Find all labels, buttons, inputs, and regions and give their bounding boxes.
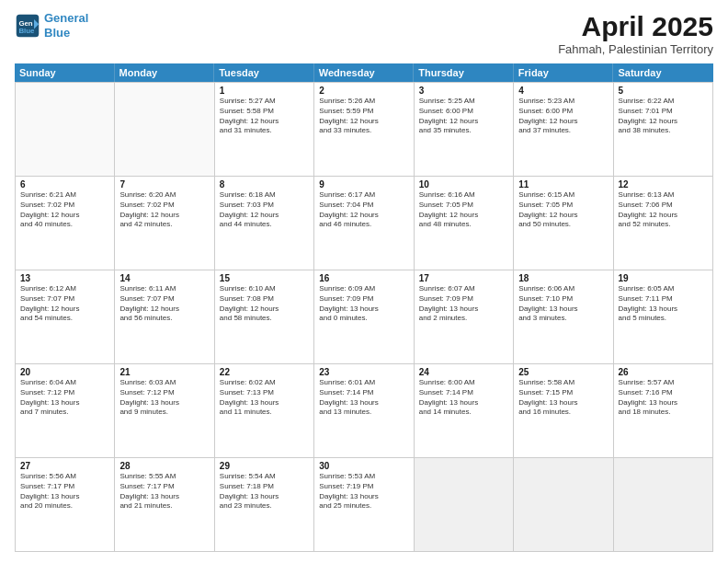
calendar-cell — [16, 83, 115, 177]
calendar-cell: 11Sunrise: 6:15 AMSunset: 7:05 PMDayligh… — [514, 177, 613, 270]
cell-info-line: and 21 minutes. — [119, 501, 209, 511]
cell-info-line: Sunrise: 5:54 AM — [220, 472, 309, 482]
cell-info-line: Daylight: 13 hours — [619, 304, 708, 315]
cell-info-line: Sunset: 7:12 PM — [119, 388, 209, 398]
calendar-row-0: 1Sunrise: 5:27 AMSunset: 5:58 PMDaylight… — [16, 83, 713, 177]
cell-info-line: and 0 minutes. — [319, 314, 408, 324]
cell-info-line: Daylight: 12 hours — [419, 117, 508, 127]
cell-info-line: Sunset: 7:16 PM — [619, 388, 708, 398]
calendar-cell: 18Sunrise: 6:06 AMSunset: 7:10 PMDayligh… — [514, 270, 613, 364]
day-number: 5 — [619, 86, 708, 96]
cell-info-line: Sunrise: 5:23 AM — [518, 97, 608, 107]
calendar-cell: 6Sunrise: 6:21 AMSunset: 7:02 PMDaylight… — [16, 177, 115, 270]
cell-info-line: Sunset: 7:04 PM — [319, 201, 408, 211]
calendar-cell: 22Sunrise: 6:02 AMSunset: 7:13 PMDayligh… — [215, 364, 314, 458]
calendar-cell — [514, 458, 613, 552]
day-header-tuesday: Tuesday — [214, 63, 314, 82]
day-number: 3 — [419, 86, 508, 96]
calendar-cell: 2Sunrise: 5:26 AMSunset: 5:59 PMDaylight… — [314, 83, 414, 177]
calendar-cell: 5Sunrise: 6:22 AMSunset: 7:01 PMDaylight… — [614, 83, 713, 177]
cell-info-line: Sunrise: 6:00 AM — [419, 378, 508, 388]
calendar-cell: 7Sunrise: 6:20 AMSunset: 7:02 PMDaylight… — [115, 177, 214, 270]
cell-info-line: and 33 minutes. — [319, 126, 408, 136]
cell-info-line: Sunset: 7:19 PM — [319, 482, 408, 492]
day-number: 30 — [319, 461, 408, 471]
cell-info-line: and 50 minutes. — [518, 220, 608, 230]
day-number: 4 — [518, 86, 608, 96]
day-number: 9 — [319, 179, 408, 190]
cell-info-line: Sunset: 5:59 PM — [319, 107, 408, 117]
cell-info-line: Daylight: 13 hours — [20, 398, 109, 408]
cell-info-line: Sunrise: 5:55 AM — [119, 472, 209, 482]
cell-info-line: and 42 minutes. — [119, 220, 209, 230]
cell-info-line: Daylight: 12 hours — [319, 117, 408, 127]
cell-info-line: Sunrise: 5:26 AM — [319, 97, 408, 107]
day-header-friday: Friday — [514, 63, 614, 82]
cell-info-line: Sunset: 7:08 PM — [220, 294, 309, 304]
cell-info-line: Daylight: 12 hours — [220, 117, 309, 127]
cell-info-line: and 40 minutes. — [20, 220, 109, 230]
cell-info-line: Daylight: 13 hours — [518, 304, 608, 315]
cell-info-line: Daylight: 12 hours — [119, 211, 209, 221]
cell-info-line: Sunset: 7:05 PM — [419, 201, 508, 211]
day-number: 24 — [419, 367, 508, 377]
calendar-cell — [415, 458, 514, 552]
cell-info-line: and 46 minutes. — [319, 220, 408, 230]
cell-info-line: Sunset: 7:11 PM — [619, 294, 708, 304]
cell-info-line: Daylight: 13 hours — [220, 492, 309, 502]
cell-info-line: Sunset: 7:05 PM — [518, 201, 608, 211]
cell-info-line: Sunrise: 6:03 AM — [119, 378, 209, 388]
day-number: 28 — [119, 461, 209, 471]
cell-info-line: Daylight: 12 hours — [518, 117, 608, 127]
cell-info-line: Sunset: 7:13 PM — [220, 388, 309, 398]
cell-info-line: and 7 minutes. — [20, 408, 109, 418]
cell-info-line: and 58 minutes. — [220, 314, 309, 324]
cell-info-line: Sunrise: 6:01 AM — [319, 378, 408, 388]
cell-info-line: and 44 minutes. — [220, 220, 309, 230]
cell-info-line: and 14 minutes. — [419, 408, 508, 418]
calendar-cell — [115, 83, 214, 177]
cell-info-line: and 5 minutes. — [619, 314, 708, 324]
day-number: 6 — [20, 179, 109, 190]
cell-info-line: Sunset: 7:15 PM — [518, 388, 608, 398]
svg-text:Blue: Blue — [18, 26, 35, 34]
cell-info-line: and 48 minutes. — [419, 220, 508, 230]
day-number: 22 — [220, 367, 309, 377]
cell-info-line: and 31 minutes. — [220, 126, 309, 136]
calendar-cell: 1Sunrise: 5:27 AMSunset: 5:58 PMDaylight… — [215, 83, 314, 177]
calendar-cell: 15Sunrise: 6:10 AMSunset: 7:08 PMDayligh… — [215, 270, 314, 364]
day-number: 23 — [319, 367, 408, 377]
cell-info-line: Sunset: 7:09 PM — [319, 294, 408, 304]
cell-info-line: Sunrise: 6:16 AM — [419, 190, 508, 201]
cell-info-line: and 35 minutes. — [419, 126, 508, 136]
cell-info-line: Daylight: 13 hours — [419, 398, 508, 408]
cell-info-line: Sunrise: 5:27 AM — [220, 97, 309, 107]
calendar-cell: 16Sunrise: 6:09 AMSunset: 7:09 PMDayligh… — [314, 270, 414, 364]
cell-info-line: Sunset: 7:14 PM — [419, 388, 508, 398]
calendar-cell: 21Sunrise: 6:03 AMSunset: 7:12 PMDayligh… — [115, 364, 214, 458]
cell-info-line: and 52 minutes. — [619, 220, 708, 230]
day-number: 1 — [220, 86, 309, 96]
cell-info-line: Sunrise: 6:18 AM — [220, 190, 309, 201]
day-number: 26 — [619, 367, 708, 377]
day-header-monday: Monday — [115, 63, 215, 82]
cell-info-line: Daylight: 12 hours — [20, 304, 109, 315]
month-title: April 2025 — [558, 11, 713, 42]
cell-info-line: Daylight: 13 hours — [419, 304, 508, 315]
cell-info-line: Sunrise: 6:02 AM — [220, 378, 309, 388]
calendar-row-4: 27Sunrise: 5:56 AMSunset: 7:17 PMDayligh… — [16, 458, 713, 552]
cell-info-line: and 13 minutes. — [319, 408, 408, 418]
cell-info-line: and 3 minutes. — [518, 314, 608, 324]
calendar-cell: 17Sunrise: 6:07 AMSunset: 7:09 PMDayligh… — [415, 270, 514, 364]
calendar-cell: 14Sunrise: 6:11 AMSunset: 7:07 PMDayligh… — [115, 270, 214, 364]
cell-info-line: Sunrise: 5:53 AM — [319, 472, 408, 482]
cell-info-line: Daylight: 13 hours — [319, 398, 408, 408]
calendar-cell: 8Sunrise: 6:18 AMSunset: 7:03 PMDaylight… — [215, 177, 314, 270]
day-number: 7 — [119, 179, 209, 190]
cell-info-line: Sunrise: 6:11 AM — [119, 284, 209, 294]
day-header-wednesday: Wednesday — [314, 63, 415, 82]
day-header-saturday: Saturday — [613, 63, 713, 82]
calendar-cell: 26Sunrise: 5:57 AMSunset: 7:16 PMDayligh… — [614, 364, 713, 458]
cell-info-line: Daylight: 13 hours — [518, 398, 608, 408]
cell-info-line: and 37 minutes. — [518, 126, 608, 136]
